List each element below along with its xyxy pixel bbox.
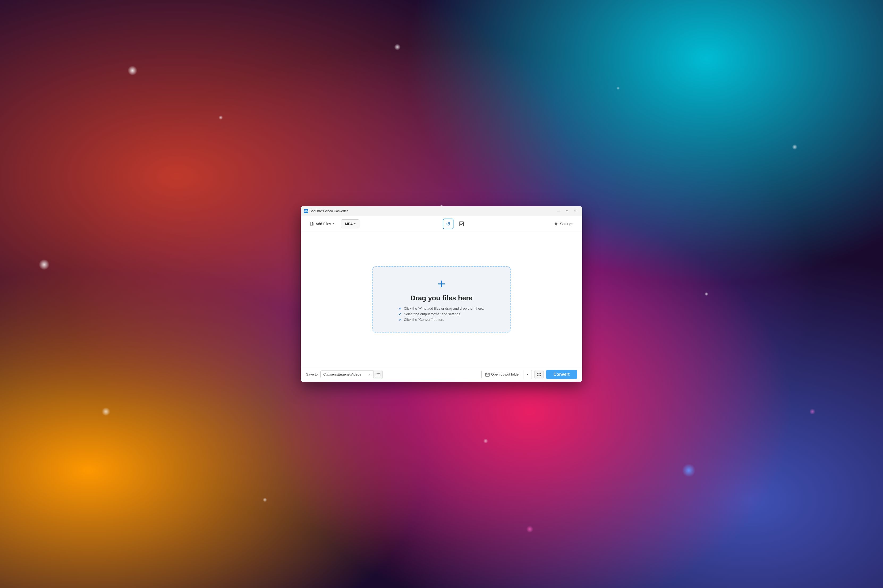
footer-bar: Save to C:\Users\Eugene\Videos ▾ (301, 367, 582, 382)
window-controls: — □ ✕ (555, 208, 579, 214)
minimize-button[interactable]: — (555, 208, 562, 214)
settings-label: Settings (560, 222, 573, 226)
path-value: C:\Users\Eugene\Videos (323, 372, 361, 376)
hint-1: ✔ Click the "+" to add files or drag and… (399, 306, 484, 310)
svg-rect-4 (486, 373, 489, 376)
save-to-label: Save to (306, 372, 318, 376)
add-files-button[interactable]: Add Files ▾ (306, 220, 338, 228)
maximize-button[interactable]: □ (563, 208, 571, 214)
svg-rect-10 (537, 375, 538, 376)
drop-zone-hints: ✔ Click the "+" to add files or drag and… (399, 306, 484, 322)
calendar-icon (485, 372, 490, 376)
svg-rect-3 (459, 222, 464, 226)
grid-icon (537, 373, 541, 376)
check-button[interactable] (456, 219, 467, 229)
browse-folder-button[interactable] (374, 370, 383, 379)
path-selector: C:\Users\Eugene\Videos ▾ (320, 370, 383, 379)
open-output-button[interactable]: Open output folder (481, 370, 524, 379)
hint-text-3: Click the "Convert" button. (404, 318, 444, 322)
folder-icon (375, 372, 380, 376)
add-files-label: Add Files (315, 222, 331, 226)
hint-check-1: ✔ (399, 306, 402, 310)
refresh-button[interactable]: ↺ (443, 219, 454, 229)
hint-2: ✔ Select the output format and settings. (399, 312, 484, 316)
open-output-group: Open output folder ▾ (481, 370, 532, 379)
path-dropdown[interactable]: C:\Users\Eugene\Videos ▾ (320, 370, 374, 378)
svg-rect-8 (537, 373, 538, 374)
close-button[interactable]: ✕ (572, 208, 579, 214)
add-files-chevron: ▾ (333, 222, 334, 225)
plus-icon: + (437, 277, 446, 291)
open-output-label: Open output folder (491, 372, 520, 376)
app-icon: SO (304, 209, 308, 213)
toolbar-right: Settings (550, 220, 577, 228)
gear-icon (554, 222, 558, 226)
hint-check-2: ✔ (399, 312, 402, 316)
drop-zone[interactable]: + Drag you files here ✔ Click the "+" to… (372, 266, 511, 333)
svg-rect-9 (539, 373, 541, 374)
main-content: + Drag you files here ✔ Click the "+" to… (301, 232, 582, 367)
title-bar: SO SoftOrbits Video Converter — □ ✕ (301, 206, 582, 216)
hint-check-3: ✔ (399, 318, 402, 322)
format-label: MP4 (345, 222, 353, 226)
window-title: SoftOrbits Video Converter (310, 209, 555, 213)
file-icon (310, 222, 314, 226)
settings-button[interactable]: Settings (550, 220, 577, 228)
svg-rect-11 (539, 375, 541, 376)
app-window: SO SoftOrbits Video Converter — □ ✕ Add … (301, 206, 582, 382)
path-chevron: ▾ (369, 373, 371, 376)
format-chevron: ▾ (354, 222, 356, 225)
drop-zone-title: Drag you files here (410, 294, 473, 302)
format-selector[interactable]: MP4 ▾ (341, 219, 359, 228)
check-icon (459, 221, 464, 226)
hint-3: ✔ Click the "Convert" button. (399, 318, 484, 322)
open-output-chevron[interactable]: ▾ (524, 370, 532, 379)
toolbar: Add Files ▾ MP4 ▾ ↺ (301, 216, 582, 232)
toolbar-center: ↺ (363, 219, 547, 229)
hint-text-1: Click the "+" to add files or drag and d… (404, 306, 484, 310)
footer-right: Open output folder ▾ Convert (385, 370, 577, 379)
hint-text-2: Select the output format and settings. (404, 312, 461, 316)
refresh-icon: ↺ (446, 221, 451, 227)
convert-button[interactable]: Convert (546, 370, 577, 379)
grid-button[interactable] (535, 370, 544, 379)
